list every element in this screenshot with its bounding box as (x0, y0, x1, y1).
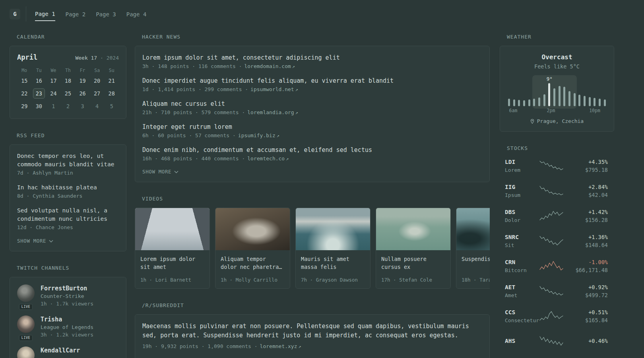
calendar-week-row: 29 30 1 2 3 4 5 (17, 101, 119, 111)
video-card[interactable]: Lorem ipsum dolor sit amet consectetu… 1… (135, 208, 210, 289)
stock-sparkline (539, 286, 564, 296)
channel-name[interactable]: Trisha (41, 315, 93, 323)
twitch-channel[interactable]: LIVE ForrestBurton Counter-Strike 1h · 1… (17, 284, 119, 307)
rss-widget: RSS FEED Donec tempor eros leo, ut commo… (10, 132, 126, 251)
hn-story-link[interactable]: Lorem ipsum dolor sit amet, consectetur … (142, 53, 482, 62)
weather-time-label: 10pm (589, 108, 600, 113)
middle-column: HACKER NEWS Lorem ipsum dolor sit amet, … (135, 34, 490, 358)
twitch-widget-title: TWITCH CHANNELS (17, 265, 126, 271)
rss-show-more-button[interactable]: SHOW MORE (17, 238, 119, 244)
stock-change: -1.00% (564, 258, 608, 267)
stock-row[interactable]: AHS +0.46% (505, 333, 608, 349)
stock-row[interactable]: LDILorem +4.35%$795.18 (505, 157, 608, 174)
video-title[interactable]: Aliquam tempor dolor nec pharetra… (221, 255, 285, 272)
hn-story-link[interactable]: Aliquam nec cursus elit (142, 99, 482, 108)
live-badge: LIVE (19, 304, 33, 310)
channel-name[interactable]: KendallCarr (41, 346, 80, 354)
rss-widget-title: RSS FEED (17, 132, 126, 139)
rss-item-link[interactable]: Donec tempor eros leo, ut commodo mauris… (17, 152, 119, 169)
reddit-post-link[interactable]: Maecenas mollis pulvinar erat non posuer… (142, 322, 482, 340)
video-title[interactable]: Mauris sit amet massa felis (301, 255, 365, 272)
stock-sparkline (539, 185, 564, 196)
twitch-channel[interactable]: LIVE KendallCarr (17, 346, 119, 358)
twitch-widget: TWITCH CHANNELS LIVE ForrestBurton Count… (10, 265, 126, 358)
video-title[interactable]: Nullam posuere cursus ex (381, 255, 445, 272)
video-card[interactable]: Suspendisse diam 18h · Tara (456, 208, 490, 289)
weather-hour-bar (594, 98, 596, 106)
rss-item-link[interactable]: In hac habitasse platea (17, 183, 119, 192)
day-header: Th (61, 68, 76, 73)
avatar-image (17, 284, 35, 302)
stock-sparkline (539, 311, 564, 321)
weather-hour-bar (543, 94, 545, 106)
twitch-channel[interactable]: LIVE Trisha League of Legends 3h · 1.2k … (17, 315, 119, 339)
reddit-domain-link[interactable]: loremnet.xyz (260, 343, 297, 349)
channel-game: Counter-Strike (41, 292, 93, 300)
hn-story-meta: 21h · 710 points · 579 comments ·loremla… (142, 109, 482, 117)
rss-item-meta: 12d · Chance Jones (17, 224, 119, 232)
stock-row[interactable]: CCSConsectetur +0.51%$165.84 (505, 307, 608, 324)
chevron-down-icon (174, 171, 178, 173)
hn-domain-link[interactable]: loremdomain.com (244, 63, 291, 69)
hn-story-link[interactable]: Integer eget rutrum lorem (142, 123, 482, 131)
video-title[interactable]: Lorem ipsum dolor sit amet consectetu… (140, 255, 204, 272)
stock-row[interactable]: CRNBitcorn -1.00%$66,171.48 (505, 257, 608, 274)
video-thumbnail[interactable] (456, 208, 490, 250)
calendar-widget-title: CALENDAR (17, 34, 126, 40)
hn-domain-link[interactable]: loremlandia.org (247, 109, 294, 115)
video-thumbnail[interactable] (215, 208, 290, 250)
right-column: WEATHER Overcast Feels like 5°C 9° 6am2p… (500, 34, 614, 358)
tab-page-2[interactable]: Page 2 (66, 7, 86, 21)
stock-name: Ipsum (505, 191, 539, 199)
weather-hour-bar (563, 87, 565, 106)
external-link-icon: ↗ (295, 87, 298, 92)
video-meta: 18h · Tara (462, 277, 490, 283)
hn-domain-link[interactable]: ipsumworld.net (250, 86, 294, 92)
weather-hour-bar (533, 99, 535, 106)
tab-page-1[interactable]: Page 1 (35, 7, 55, 21)
stock-row[interactable]: DBSDolor +1.42%$156.28 (505, 207, 608, 224)
rss-item: Donec tempor eros leo, ut commodo mauris… (17, 152, 119, 177)
calendar-day: 19 (75, 76, 90, 86)
hn-story-meta: 1d · 1,414 points · 299 comments ·ipsumw… (142, 86, 482, 93)
tab-page-3[interactable]: Page 3 (96, 7, 116, 21)
stock-row[interactable]: IIGIpsum +2.84%$42.04 (505, 182, 608, 199)
calendar-day: 15 (17, 76, 32, 86)
hn-story-link[interactable]: Donec enim nibh, condimentum et accumsan… (142, 146, 482, 154)
hn-domain-link[interactable]: ipsumify.biz (238, 132, 275, 138)
weather-location-text: Prague, Czechia (537, 118, 584, 124)
video-card[interactable]: Aliquam tempor dolor nec pharetra… 1h · … (215, 208, 290, 289)
video-thumbnail[interactable] (296, 208, 370, 250)
rss-item-meta: 7d · Ashlyn Martin (17, 169, 119, 177)
video-thumbnail[interactable] (135, 208, 209, 250)
stock-name: Sit (505, 241, 539, 249)
external-link-icon: ↗ (299, 344, 301, 349)
calendar-day: 17 (46, 76, 61, 86)
calendar-separator: · (100, 55, 103, 61)
video-card[interactable]: Mauris sit amet massa felis 7h · Grayson… (295, 208, 370, 289)
hn-show-more-button[interactable]: SHOW MORE (142, 169, 482, 175)
hn-story-link[interactable]: Donec imperdiet augue tincidunt felis al… (142, 76, 482, 85)
stock-price: $165.84 (564, 317, 608, 324)
calendar-day: 25 (61, 88, 76, 99)
top-bar: G Page 1 Page 2 Page 3 Page 4 (0, 0, 644, 28)
video-title[interactable]: Suspendisse diam (462, 255, 490, 272)
stock-change: +0.92% (564, 283, 608, 292)
video-thumbnail[interactable] (376, 208, 450, 250)
tab-page-4[interactable]: Page 4 (126, 7, 147, 21)
calendar-day: 18 (61, 76, 76, 86)
stock-row[interactable]: AETAmet +0.92%$499.72 (505, 282, 608, 299)
stock-row[interactable]: SNRCSit +1.36%$148.64 (505, 232, 608, 249)
channel-name[interactable]: ForrestBurton (41, 284, 93, 292)
hn-domain-link[interactable]: loremtech.co (247, 156, 285, 161)
video-card[interactable]: Nullam posuere cursus ex 17h · Stefan Co… (376, 208, 451, 289)
weather-hour-bar (574, 93, 576, 106)
weather-hour-bar (508, 99, 510, 106)
calendar-day: 22 (17, 88, 32, 99)
rss-item-link[interactable]: Sed volutpat nulla nisl, a condimentum n… (17, 206, 119, 223)
avatar: LIVE (17, 315, 35, 339)
hn-story: Donec imperdiet augue tincidunt felis al… (142, 76, 482, 93)
external-link-icon: ↗ (277, 133, 279, 138)
calendar-day: 21 (104, 76, 119, 86)
external-link-icon: ↗ (292, 64, 295, 69)
